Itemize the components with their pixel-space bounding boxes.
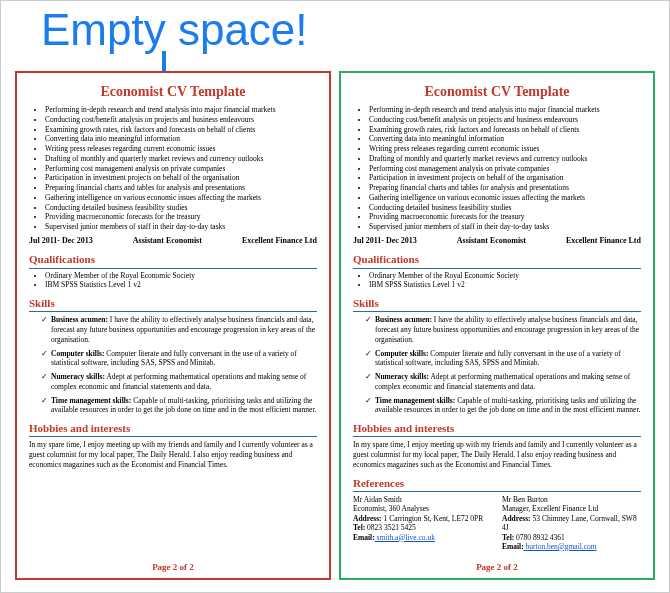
job-company: Excellent Finance Ltd [566,236,641,246]
duties-list: Performing in-depth research and trend a… [353,105,641,232]
list-item: Converting data into meaningful informat… [369,134,641,144]
list-item: Computer skills: Computer literate and f… [41,349,317,369]
list-item: Supervised junior members of staff in th… [45,222,317,232]
list-item: Participation in investment projects on … [45,173,317,183]
qualifications-list: Ordinary Member of the Royal Economic So… [353,271,641,291]
heading-skills: Skills [353,296,641,312]
list-item: Providing macroeconomic forecasts for th… [45,212,317,222]
annotation-label: Empty space! [41,5,308,55]
job-dates: Jul 2011- Dec 2013 [29,236,93,246]
cv-title: Economist CV Template [353,83,641,101]
job-role: Assistant Economist [133,236,202,246]
list-item: Conducting detailed business feasibility… [45,203,317,213]
list-item: Conducting detailed business feasibility… [369,203,641,213]
list-item: Conducting cost/benefit analysis on proj… [369,115,641,125]
list-item: Gathering intelligence on various econom… [369,193,641,203]
list-item: Preparing financial charts and tables fo… [45,183,317,193]
list-item: Writing press releases regarding current… [369,144,641,154]
list-item: Ordinary Member of the Royal Economic So… [369,271,641,281]
job-role: Assistant Economist [457,236,526,246]
list-item: Business acumen: I have the ability to e… [365,315,641,344]
list-item: Writing press releases regarding current… [45,144,317,154]
list-item: Numeracy skills: Adept at performing mat… [365,372,641,392]
list-item: Business acumen: I have the ability to e… [41,315,317,344]
list-item: Drafting of monthly and quarterly market… [45,154,317,164]
hobbies-text: In my spare time, I enjoy meeting up wit… [29,440,317,469]
ref-name: Mr Ben Burton [502,495,641,504]
page-comparison: Economist CV Template Performing in-dept… [15,71,655,580]
reference-1: Mr Aidan Smith Economist, 360 Analyses A… [353,495,492,551]
heading-qualifications: Qualifications [29,252,317,268]
list-item: Time management skills: Capable of multi… [365,396,641,416]
list-item: IBM SPSS Statistics Level 1 v2 [369,280,641,290]
job-company: Excellent Finance Ltd [242,236,317,246]
heading-skills: Skills [29,296,317,312]
heading-references: References [353,476,641,492]
list-item: Ordinary Member of the Royal Economic So… [45,271,317,281]
skills-list: Business acumen: I have the ability to e… [353,315,641,415]
list-item: Gathering intelligence on various econom… [45,193,317,203]
skills-list: Business acumen: I have the ability to e… [29,315,317,415]
ref-role: Economist, 360 Analyses [353,504,492,513]
list-item: Performing in-depth research and trend a… [45,105,317,115]
ref-role: Manager, Excellent Finance Ltd [502,504,641,513]
reference-2: Mr Ben Burton Manager, Excellent Finance… [502,495,641,551]
cv-page-right: Economist CV Template Performing in-dept… [339,71,655,580]
list-item: Examining growth rates, risk factors and… [369,125,641,135]
job-line: Jul 2011- Dec 2013 Assistant Economist E… [29,236,317,246]
page-footer: Page 2 of 2 [17,562,329,574]
list-item: IBM SPSS Statistics Level 1 v2 [45,280,317,290]
page-footer: Page 2 of 2 [341,562,653,574]
ref-tel: Tel: 0780 8932 4361 [502,533,641,542]
heading-qualifications: Qualifications [353,252,641,268]
list-item: Performing in-depth research and trend a… [369,105,641,115]
list-item: Performing cost management analysis on p… [45,164,317,174]
ref-name: Mr Aidan Smith [353,495,492,504]
cv-title: Economist CV Template [29,83,317,101]
heading-hobbies: Hobbies and interests [29,421,317,437]
list-item: Conducting cost/benefit analysis on proj… [45,115,317,125]
ref-email: Email: burton.ben@gmail.com [502,542,641,551]
ref-email: Email: smith.a@live.co.uk [353,533,492,542]
heading-hobbies: Hobbies and interests [353,421,641,437]
hobbies-text: In my spare time, I enjoy meeting up wit… [353,440,641,469]
ref-tel: Tel: 0823 3521 5425 [353,523,492,532]
cv-page-left: Economist CV Template Performing in-dept… [15,71,331,580]
list-item: Time management skills: Capable of multi… [41,396,317,416]
duties-list: Performing in-depth research and trend a… [29,105,317,232]
list-item: Examining growth rates, risk factors and… [45,125,317,135]
job-line: Jul 2011- Dec 2013 Assistant Economist E… [353,236,641,246]
list-item: Participation in investment projects on … [369,173,641,183]
list-item: Supervised junior members of staff in th… [369,222,641,232]
ref-address: Address: 53 Chimney Lane, Cornwall, SW8 … [502,514,641,533]
qualifications-list: Ordinary Member of the Royal Economic So… [29,271,317,291]
canvas: Empty space! Economist CV Template Perfo… [1,1,669,592]
list-item: Drafting of monthly and quarterly market… [369,154,641,164]
list-item: Providing macroeconomic forecasts for th… [369,212,641,222]
list-item: Numeracy skills: Adept at performing mat… [41,372,317,392]
list-item: Computer skills: Computer literate and f… [365,349,641,369]
ref-address: Address: 1 Carrington St, Kent, LE72 0PR [353,514,492,523]
references-block: Mr Aidan Smith Economist, 360 Analyses A… [353,495,641,551]
list-item: Converting data into meaningful informat… [45,134,317,144]
list-item: Performing cost management analysis on p… [369,164,641,174]
list-item: Preparing financial charts and tables fo… [369,183,641,193]
job-dates: Jul 2011- Dec 2013 [353,236,417,246]
